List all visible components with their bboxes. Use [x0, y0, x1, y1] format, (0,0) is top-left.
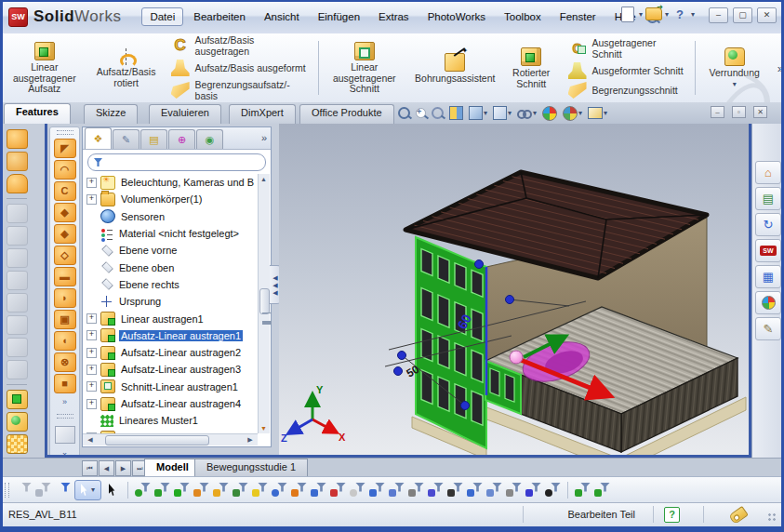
hide-show-items-button[interactable]: ▾ — [517, 109, 537, 118]
panel-overflow-chevron[interactable]: » — [261, 132, 267, 143]
model-viewport[interactable]: 60 50 Y X Z — [279, 124, 749, 455]
filter-weld-symbols-icon[interactable] — [428, 483, 444, 498]
tab-office-produkte[interactable]: Office Produkte — [299, 104, 394, 124]
tab-bewegungsstudie[interactable]: Bewegungsstudie 1 — [194, 459, 308, 477]
tree-item-cut-extrude1[interactable]: Schnitt-Linear austragen1 — [85, 379, 258, 395]
tab-evaluieren[interactable]: Evaluieren — [149, 104, 221, 124]
resize-grip[interactable] — [767, 512, 777, 522]
filter-cosmetic-threads-icon[interactable] — [506, 483, 522, 498]
expand-toggle[interactable] — [86, 194, 97, 205]
custom-properties-button[interactable]: ✎ — [755, 317, 781, 340]
tree-item-boss-extrude4[interactable]: Aufsatz-Linear austragen4 — [85, 395, 258, 412]
expand-toggle[interactable] — [86, 381, 97, 392]
display-style-button[interactable]: ▾ — [493, 106, 512, 120]
fill-pattern-tool-icon[interactable] — [7, 434, 28, 454]
tree-filter-input[interactable] — [107, 157, 259, 168]
filter-connection-points-icon[interactable] — [575, 483, 591, 498]
menu-item-fenster[interactable]: Fenster — [551, 7, 605, 26]
expand-toggle[interactable] — [86, 330, 97, 340]
filter-surface-finish-icon[interactable] — [447, 483, 463, 498]
filter-center-marks-icon[interactable] — [525, 483, 541, 498]
scroll-thumb[interactable] — [105, 435, 209, 446]
section-view-button[interactable] — [449, 106, 463, 120]
menu-item-bearbeiten[interactable]: Bearbeiten — [185, 7, 254, 26]
expand-toggle[interactable] — [86, 178, 97, 188]
drag-handle-sphere[interactable] — [510, 351, 523, 364]
doc-restore-button[interactable]: ▫ — [732, 106, 746, 118]
hole-wizard-button[interactable]: Bohrungsassistent — [408, 50, 502, 86]
filter-balloons-icon[interactable] — [369, 483, 385, 498]
select-tool-button[interactable]: ▾ — [74, 480, 101, 500]
view-palette-button[interactable]: ▦ — [755, 265, 781, 288]
edit-appearance-button[interactable] — [542, 106, 557, 121]
expand-toggle[interactable] — [86, 313, 97, 324]
view-orientation-button[interactable]: ▾ — [469, 106, 487, 120]
flyout-delete-body-icon[interactable]: ⊗ — [54, 352, 76, 372]
scroll-up-arrow[interactable]: ▲ — [259, 174, 269, 184]
featuremanager-tab[interactable]: ❖ — [85, 127, 112, 149]
filter-sketches-icon[interactable] — [291, 483, 307, 498]
rib-tool-icon[interactable] — [7, 271, 28, 290]
tree-item-right-plane[interactable]: Ebene rechts — [85, 276, 258, 293]
doc-minimize-button[interactable]: – — [711, 106, 724, 118]
tree-item-top-plane[interactable]: Ebene oben — [85, 259, 258, 275]
menu-item-datei[interactable]: Datei — [141, 7, 183, 26]
extruded-boss-tool-icon[interactable] — [7, 129, 28, 149]
swept-cut-button[interactable]: C Ausgetragener Schnitt — [568, 37, 685, 60]
linear-pattern-tool-icon[interactable] — [7, 390, 28, 409]
filter-datum-targets-icon[interactable] — [486, 483, 502, 498]
scroll-right-arrow[interactable]: ▶ — [245, 434, 256, 445]
panel-resize-grip[interactable] — [262, 313, 272, 322]
menu-item-extras[interactable]: Extras — [370, 7, 418, 26]
filter-axes-icon[interactable] — [233, 483, 248, 498]
filter-notes-icon[interactable] — [350, 483, 365, 498]
doc-close-button[interactable]: ✕ — [753, 106, 767, 118]
tab-dimxpert[interactable]: DimXpert — [229, 104, 296, 124]
propertymanager-tab[interactable]: ✎ — [113, 129, 140, 149]
help-button[interactable]: ? — [671, 6, 688, 22]
design-library-button[interactable]: ▤ — [755, 187, 781, 210]
toolbar-drag-grip[interactable] — [5, 483, 9, 498]
chamfer-tool-icon[interactable] — [7, 248, 28, 268]
tab-features[interactable]: Features — [4, 103, 71, 124]
freeform-tool-icon[interactable] — [7, 338, 28, 357]
tree-item-front-plane[interactable]: Ebene vorne — [85, 242, 258, 259]
solidworks-resources-button[interactable]: SW — [755, 239, 781, 262]
lofted-cut-button[interactable]: Ausgeformter Schnitt — [568, 62, 685, 79]
boundary-cut-button[interactable]: Begrenzungsschnitt — [568, 82, 685, 99]
filter-dimensions-icon[interactable] — [311, 483, 326, 498]
flyout-boundary-icon[interactable]: ◈ — [54, 224, 76, 244]
filter-sketch-points-icon[interactable] — [272, 483, 287, 498]
flyout-flex-icon[interactable]: ◖ — [54, 331, 76, 351]
flyout-loft-icon[interactable]: ◆ — [54, 203, 76, 222]
flyout-dome-icon[interactable]: ◗ — [54, 288, 76, 308]
open-document-button[interactable] — [645, 6, 662, 22]
app-maximize-button[interactable]: ▢ — [733, 7, 752, 23]
quick-tips-button[interactable]: ? — [664, 507, 680, 523]
circular-pattern-tool-icon[interactable] — [7, 412, 28, 432]
tree-horizontal-scrollbar[interactable]: ◀ ▶ — [83, 433, 258, 446]
floating-view-cube-icon[interactable] — [55, 426, 75, 444]
tree-vertical-scrollbar[interactable]: ▲ ▼ — [258, 174, 270, 433]
configurationmanager-tab[interactable]: ▤ — [140, 129, 167, 149]
filter-routing-points-icon[interactable] — [594, 483, 610, 498]
view-settings-button[interactable]: ▾ — [588, 107, 607, 119]
flyout-sweep-icon[interactable]: C — [54, 181, 76, 201]
flyout-revolve-icon[interactable]: ◠ — [54, 160, 76, 180]
tag-icon[interactable] — [728, 506, 749, 525]
toolbar-drag-grip[interactable] — [57, 414, 73, 419]
extruded-cut-button[interactable]: Linear ausgetragener Schnitt — [321, 39, 408, 97]
zoom-fit-button[interactable] — [398, 107, 410, 119]
scroll-thumb[interactable] — [259, 288, 270, 314]
lofted-boss-tool-icon[interactable] — [7, 174, 28, 193]
shell-tool-icon[interactable] — [7, 360, 28, 379]
fillet-caret[interactable]: ▾ — [733, 81, 737, 89]
expand-toggle[interactable] — [86, 399, 97, 409]
boundary-boss-button[interactable]: Begrenzungsaufsatz/-basis — [171, 79, 309, 101]
dimxpertmanager-tab[interactable]: ⊕ — [168, 129, 195, 149]
tree-item-boss-extrude1[interactable]: Aufsatz-Linear austragen1 — [85, 327, 258, 344]
menu-item-ansicht[interactable]: Ansicht — [256, 7, 308, 26]
flyout-extrude-icon[interactable]: ◤ — [54, 139, 76, 158]
swept-boss-tool-icon[interactable] — [7, 204, 28, 223]
flyout-combine-icon[interactable]: ▣ — [54, 310, 76, 329]
